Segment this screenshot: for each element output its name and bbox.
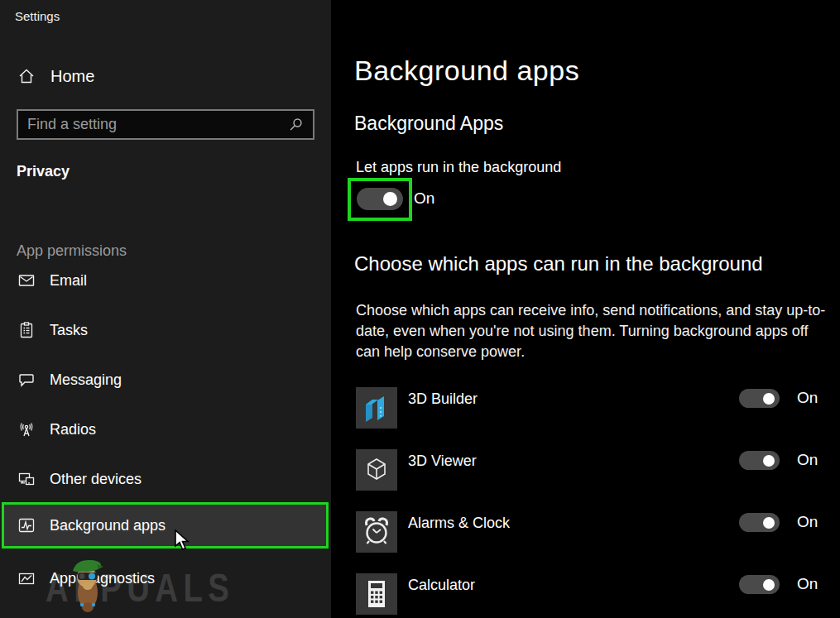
choose-apps-description: Choose which apps can receive info, send… (356, 300, 826, 362)
main-content: Background apps Background Apps Let apps… (331, 0, 840, 618)
alarms-clock-toggle[interactable] (739, 513, 780, 532)
toggle-knob (763, 579, 775, 591)
let-apps-run-toggle[interactable] (357, 188, 403, 210)
toggle-knob (763, 393, 775, 405)
background-apps-heading: Background Apps (354, 113, 503, 135)
app-name: Calculator (408, 574, 475, 596)
3d-builder-app-icon (356, 387, 397, 429)
calculator-app-icon (356, 573, 397, 615)
app-permissions-group-label: App permissions (17, 242, 127, 260)
sidebar-item-label: Home (50, 67, 94, 86)
search-icon[interactable] (288, 117, 303, 132)
3d-viewer-app-icon (356, 449, 397, 491)
home-icon (18, 68, 35, 84)
window-title: Settings (15, 9, 60, 23)
choose-apps-heading: Choose which apps can run in the backgro… (354, 252, 763, 275)
sidebar-item-home[interactable]: Home (0, 60, 331, 93)
app-row-3d-viewer: 3D Viewer On (356, 449, 840, 491)
app-row-calculator: Calculator On (356, 573, 840, 615)
page-title: Background apps (354, 55, 579, 87)
toggle-state: On (797, 387, 818, 408)
calculator-toggle[interactable] (739, 575, 780, 594)
toggle-knob (383, 192, 397, 206)
toggle-knob (763, 517, 775, 529)
sidebar-item-label: Tasks (50, 322, 88, 339)
sidebar-item-app-diagnostics[interactable]: App diagnostics (0, 560, 331, 596)
sidebar-item-label: Radios (50, 421, 96, 438)
mouse-cursor (175, 529, 193, 553)
sidebar-item-email[interactable]: Email (0, 262, 331, 299)
let-apps-run-toggle-state: On (414, 189, 434, 208)
email-icon (18, 272, 35, 289)
privacy-heading: Privacy (17, 163, 70, 180)
search-input[interactable] (18, 116, 288, 133)
tasks-icon (18, 322, 35, 338)
toggle-state: On (797, 573, 818, 594)
sidebar-item-label: Other devices (50, 471, 142, 488)
3d-viewer-toggle[interactable] (739, 451, 780, 470)
sidebar-item-background-apps[interactable]: Background apps (2, 502, 329, 549)
toggle-knob (763, 455, 775, 467)
app-row-3d-builder: 3D Builder On (356, 387, 840, 429)
other-devices-icon (18, 471, 35, 487)
toggle-state: On (797, 511, 818, 532)
background-apps-icon (18, 517, 35, 534)
search-box[interactable] (17, 109, 314, 140)
toggle-state: On (797, 449, 818, 470)
messaging-icon (18, 371, 35, 388)
settings-window: Settings APPUALS Home Privacy App permis… (0, 0, 840, 618)
app-name: Alarms & Clock (408, 512, 510, 534)
sidebar-item-label: Background apps (50, 517, 166, 534)
sidebar-item-label: Email (50, 272, 87, 290)
app-diagnostics-icon (18, 570, 35, 587)
sidebar-item-label: Messaging (50, 371, 122, 389)
annotation-highlight-box (348, 178, 412, 221)
sidebar-item-radios[interactable]: Radios (0, 411, 331, 448)
sidebar-item-other-devices[interactable]: Other devices (0, 461, 331, 497)
app-name: 3D Viewer (408, 450, 477, 472)
3d-builder-toggle[interactable] (739, 389, 780, 408)
let-apps-run-label: Let apps run in the background (356, 159, 561, 176)
alarms-clock-app-icon (356, 511, 397, 553)
watermark-mascot-logo (70, 553, 106, 616)
radios-icon (18, 421, 35, 438)
app-row-alarms-clock: Alarms & Clock On (356, 511, 840, 553)
sidebar-item-messaging[interactable]: Messaging (0, 362, 331, 398)
sidebar: Settings APPUALS Home Privacy App permis… (0, 0, 331, 618)
app-name: 3D Builder (408, 388, 478, 410)
sidebar-item-tasks[interactable]: Tasks (0, 312, 331, 348)
